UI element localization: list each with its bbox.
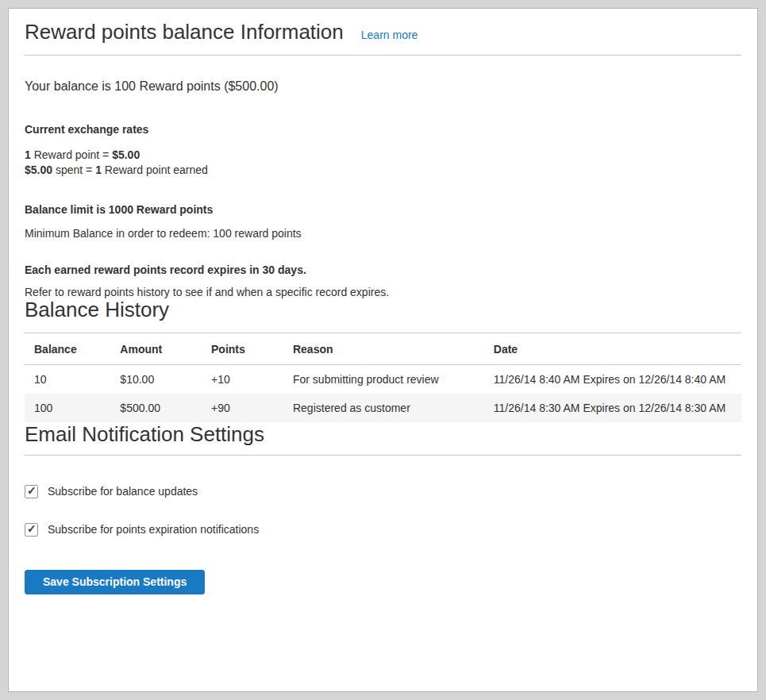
balance-history-heading: Balance History xyxy=(25,298,741,322)
balance-updates-option: Subscribe for balance updates xyxy=(25,485,741,498)
cell-balance: 10 xyxy=(25,364,110,394)
cell-date: 11/26/14 8:40 AM Expires on 12/26/14 8:4… xyxy=(484,364,741,394)
column-header-reason: Reason xyxy=(283,333,484,364)
cell-date: 11/26/14 8:30 AM Expires on 12/26/14 8:3… xyxy=(484,394,741,422)
page-title: Reward points balance Information xyxy=(25,19,344,45)
cell-reason: Registered as customer xyxy=(283,394,484,422)
cell-reason: For submitting product review xyxy=(283,364,484,394)
cell-balance: 100 xyxy=(25,394,110,422)
email-settings-heading: Email Notification Settings xyxy=(25,422,741,447)
balance-updates-checkbox[interactable] xyxy=(25,485,38,498)
email-settings-divider xyxy=(25,455,741,456)
cell-amount: $500.00 xyxy=(110,394,202,422)
balance-updates-label: Subscribe for balance updates xyxy=(48,485,198,498)
table-row: 100 $500.00 +90 Registered as customer 1… xyxy=(25,394,741,422)
column-header-points: Points xyxy=(202,333,283,364)
balance-limit-heading: Balance limit is 1000 Reward points xyxy=(25,204,741,215)
points-expiration-label: Subscribe for points expiration notifica… xyxy=(48,523,259,537)
expiry-note: Refer to reward points history to see if… xyxy=(25,287,741,298)
reward-points-card: Reward points balance Information Learn … xyxy=(8,8,758,692)
table-row: 10 $10.00 +10 For submitting product rev… xyxy=(25,364,741,394)
exchange-rate-line-2: $5.00 spent = 1 Reward point earned xyxy=(25,163,208,176)
cell-points: +10 xyxy=(202,364,283,394)
header-divider xyxy=(25,55,741,56)
exchange-rates-lines: 1 Reward point = $5.00 $5.00 spent = 1 R… xyxy=(25,148,741,178)
cell-amount: $10.00 xyxy=(110,364,202,394)
exchange-rate-line-1: 1 Reward point = $5.00 xyxy=(25,148,140,161)
exchange-rates-heading: Current exchange rates xyxy=(25,124,741,135)
points-expiration-checkbox[interactable] xyxy=(25,523,38,537)
balance-summary: Your balance is 100 Reward points ($500.… xyxy=(25,79,741,94)
column-header-amount: Amount xyxy=(110,333,202,364)
learn-more-link[interactable]: Learn more xyxy=(361,29,418,41)
cell-points: +90 xyxy=(202,394,283,422)
expiry-heading: Each earned reward points record expires… xyxy=(25,264,741,275)
column-header-date: Date xyxy=(484,333,741,364)
save-subscription-settings-button[interactable]: Save Subscription Settings xyxy=(25,570,205,594)
balance-history-table: Balance Amount Points Reason Date 10 $10… xyxy=(25,333,741,422)
table-header-row: Balance Amount Points Reason Date xyxy=(25,333,741,364)
column-header-balance: Balance xyxy=(25,333,110,364)
page-header: Reward points balance Information Learn … xyxy=(25,19,741,45)
points-expiration-option: Subscribe for points expiration notifica… xyxy=(25,523,741,537)
minimum-redeem-note: Minimum Balance in order to redeem: 100 … xyxy=(25,228,741,239)
